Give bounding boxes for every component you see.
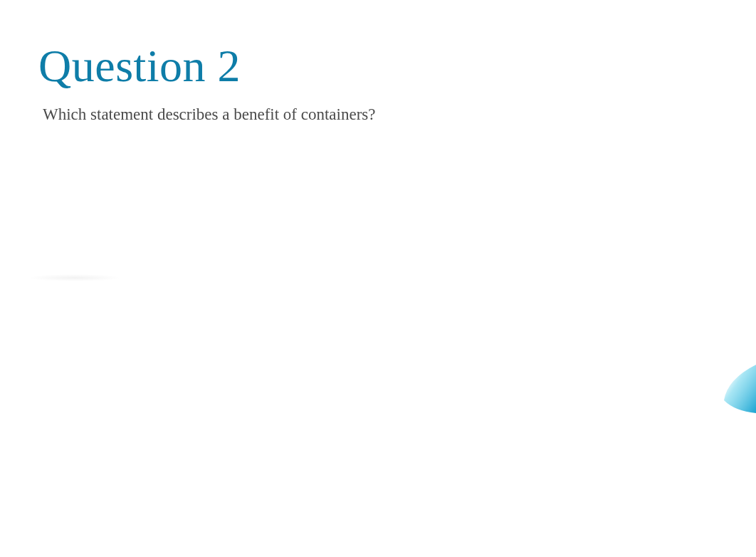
corner-accent-decoration [713, 365, 756, 415]
slide-content: Question 2 Which statement describes a b… [0, 0, 756, 125]
page-shadow-decoration [28, 274, 121, 281]
question-heading: Question 2 [38, 41, 756, 91]
question-body: Which statement describes a benefit of c… [38, 104, 756, 125]
